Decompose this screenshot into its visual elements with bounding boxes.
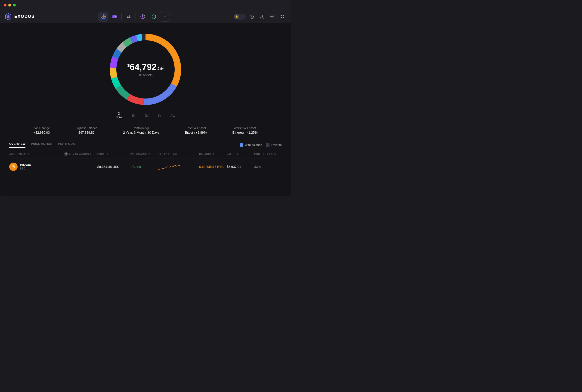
sort-icon-price: ⇅ bbox=[107, 153, 109, 155]
asset-cell-btc: ₿ Bitcoin BTC bbox=[9, 162, 64, 171]
stat-highest-balance: Highest Balance $47,839.82 bbox=[76, 126, 98, 134]
help-icon-apy[interactable]: ? bbox=[64, 152, 68, 156]
svg-rect-15 bbox=[283, 15, 284, 16]
nav-divider bbox=[122, 14, 122, 20]
svg-rect-17 bbox=[283, 17, 284, 18]
top-nav: EXODUS bbox=[0, 10, 291, 23]
lock-toggle[interactable]: 🔒 bbox=[234, 14, 246, 20]
svg-rect-6 bbox=[115, 16, 116, 17]
nav-add-button[interactable]: + bbox=[160, 12, 170, 22]
nav-center: + + bbox=[98, 12, 170, 22]
stat-worst-asset: Worst 24H Asset Ethereum -1,25% bbox=[232, 126, 258, 134]
btc-apy: — bbox=[64, 165, 98, 168]
history-button[interactable] bbox=[248, 12, 256, 21]
close-button[interactable] bbox=[4, 4, 6, 6]
sort-icon-portfolio: ⇅ bbox=[274, 153, 276, 155]
timeline-dot-now bbox=[118, 112, 120, 115]
tab-overview[interactable]: OVERVIEW bbox=[9, 142, 26, 148]
sort-icon-apy: ⇅ bbox=[90, 153, 92, 155]
timeline: NOW 1M 6M 1Y ALL bbox=[116, 112, 176, 122]
grid-button[interactable] bbox=[278, 12, 286, 21]
tab-price-action[interactable]: PRICE ACTION bbox=[31, 142, 52, 148]
btc-balance: 0.60205315 BTC bbox=[199, 165, 227, 168]
timeline-1m[interactable]: 1M bbox=[132, 114, 136, 117]
stat-best-asset: Best 24H Asset Bitcoin +2.89% bbox=[185, 126, 207, 134]
nav-wallet-button[interactable] bbox=[110, 12, 120, 22]
svg-point-13 bbox=[271, 16, 273, 17]
filter-favorite[interactable]: Favorite bbox=[266, 143, 282, 147]
maximize-button[interactable] bbox=[13, 4, 16, 6]
portfolio-section: $64,792.59 10 Assets NOW 1M 6M 1Y ALL bbox=[0, 23, 291, 138]
svg-point-12 bbox=[261, 15, 263, 17]
favorite-checkbox[interactable] bbox=[266, 143, 270, 147]
timeline-1y[interactable]: 1Y bbox=[158, 114, 161, 117]
th-portfolio-pct[interactable]: PORTFOLIO % ⇅ bbox=[254, 152, 282, 156]
filter-with-balance[interactable]: ✓ With balance bbox=[240, 143, 262, 147]
tabs-row: OVERVIEW PRICE ACTION PORTFOLIO ✓ With b… bbox=[9, 138, 282, 150]
tabs-left: OVERVIEW PRICE ACTION PORTFOLIO bbox=[9, 142, 76, 148]
btc-value: $5,637.91 bbox=[227, 165, 254, 168]
th-asset-name[interactable]: ASSET NAME ⇅ bbox=[9, 152, 64, 156]
th-apy-rewards[interactable]: ? APY REWARDS ⇅ bbox=[64, 152, 98, 156]
svg-point-8 bbox=[142, 15, 144, 17]
table-section: OVERVIEW PRICE ACTION PORTFOLIO ✓ With b… bbox=[0, 138, 291, 175]
logo-area: EXODUS bbox=[5, 13, 35, 20]
svg-rect-14 bbox=[280, 15, 282, 16]
tab-portfolio[interactable]: PORTFOLIO bbox=[58, 142, 76, 148]
th-24h-change[interactable]: 24H CHANGE ⇅ bbox=[130, 152, 158, 156]
title-bar bbox=[0, 0, 291, 10]
btc-icon: ₿ bbox=[9, 162, 18, 171]
donut-center: $64,792.59 10 Assets bbox=[128, 62, 164, 77]
sort-icon-asset: ⇅ bbox=[28, 153, 30, 155]
th-value[interactable]: VALUE ⇅ bbox=[227, 152, 254, 156]
asset-count: 10 Assets bbox=[128, 73, 164, 77]
nav-divider-2 bbox=[136, 14, 136, 20]
nav-exchange-button[interactable] bbox=[124, 12, 134, 22]
svg-rect-16 bbox=[280, 17, 282, 18]
minimize-button[interactable] bbox=[8, 4, 11, 6]
main-content: $64,792.59 10 Assets NOW 1M 6M 1Y ALL bbox=[0, 23, 291, 196]
btc-trend bbox=[158, 162, 199, 172]
timeline-6m[interactable]: 6M bbox=[145, 114, 149, 117]
nav-portfolio-button[interactable] bbox=[98, 12, 108, 22]
th-30day-trend: 30 DAY TREND bbox=[158, 152, 199, 156]
traffic-lights bbox=[4, 4, 16, 6]
th-price[interactable]: PRICE ⇅ bbox=[98, 152, 130, 156]
with-balance-checkbox[interactable]: ✓ bbox=[240, 143, 243, 147]
stats-row: 24h Change +$2,930.03 Highest Balance $4… bbox=[7, 122, 284, 138]
btc-trend-chart bbox=[158, 162, 181, 171]
settings-button[interactable] bbox=[268, 12, 276, 21]
portfolio-amount: $64,792.59 bbox=[128, 62, 164, 72]
stat-24h-change: 24h Change +$2,930.03 bbox=[34, 126, 50, 134]
btc-ticker: BTC bbox=[20, 167, 31, 170]
btc-name: Bitcoin bbox=[20, 163, 31, 167]
profile-button[interactable] bbox=[258, 12, 266, 21]
exodus-logo-icon bbox=[5, 13, 12, 20]
btc-change: +7.14% bbox=[130, 165, 158, 168]
nav-earn-button[interactable]: + bbox=[149, 12, 159, 22]
donut-chart: $64,792.59 10 Assets bbox=[106, 30, 185, 109]
nav-nft-button[interactable] bbox=[138, 12, 148, 22]
sort-icon-value: ⇅ bbox=[236, 153, 238, 155]
table-header: ASSET NAME ⇅ ? APY REWARDS ⇅ PRICE ⇅ 24H… bbox=[9, 150, 282, 158]
logo-text: EXODUS bbox=[14, 14, 35, 19]
sort-icon-balance: ⇅ bbox=[213, 153, 215, 155]
tabs-right: ✓ With balance Favorite bbox=[240, 143, 282, 147]
lock-handle: 🔒 bbox=[234, 14, 239, 19]
nav-right: 🔒 bbox=[234, 12, 286, 21]
timeline-now[interactable]: NOW bbox=[116, 112, 122, 119]
svg-point-9 bbox=[142, 17, 144, 19]
timeline-all[interactable]: ALL bbox=[170, 114, 175, 117]
btc-price: $9,364.48 USD bbox=[98, 165, 130, 168]
sort-icon-change: ⇅ bbox=[149, 153, 151, 155]
svg-text:+: + bbox=[153, 16, 154, 18]
stat-portfolio-age: Portfolio Age 2 Year, 3 Month, 30 Days bbox=[123, 126, 159, 134]
asset-table: ASSET NAME ⇅ ? APY REWARDS ⇅ PRICE ⇅ 24H… bbox=[9, 150, 282, 175]
th-balance[interactable]: BALANCE ⇅ bbox=[199, 152, 227, 156]
table-row[interactable]: ₿ Bitcoin BTC — $9,364.48 USD +7.14% 0.6… bbox=[9, 158, 282, 175]
btc-portfolio-pct: 33% bbox=[254, 165, 282, 168]
